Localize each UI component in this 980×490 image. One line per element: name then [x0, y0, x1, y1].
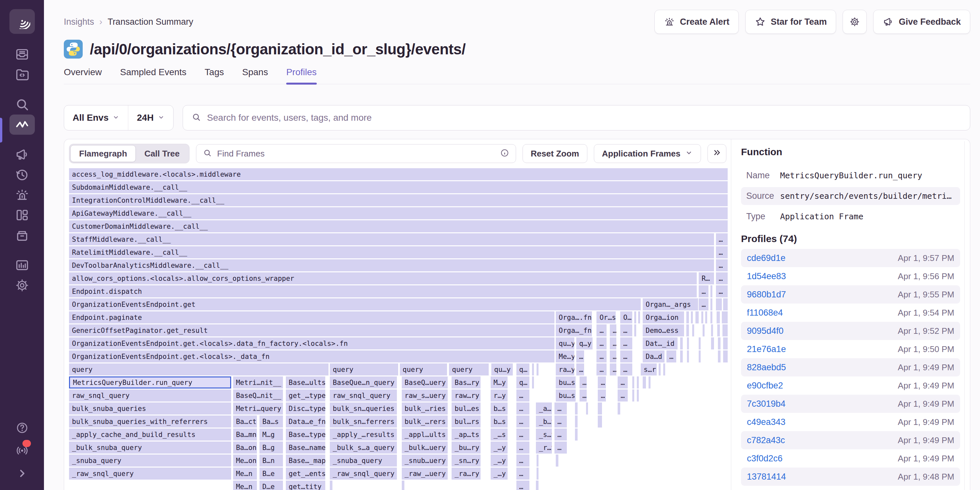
flame-frame[interactable]: Demo…ess [643, 324, 684, 336]
flame-frame[interactable]: Dat…_id [643, 338, 678, 349]
flame-frame[interactable]: _appl…ults [402, 428, 448, 441]
flame-frame[interactable]: Da…d [643, 350, 665, 362]
flame-frame[interactable]: Me…n [233, 468, 257, 480]
flame-frame[interactable] [718, 350, 721, 362]
flame-frame[interactable] [687, 350, 689, 362]
flame-frame[interactable]: bulk_snuba_queries_with_referrers [69, 415, 231, 428]
view-mode-call-tree[interactable]: Call Tree [136, 145, 188, 162]
flame-frame[interactable]: _…y [491, 468, 508, 480]
flame-frame[interactable]: b…s [491, 415, 508, 428]
profile-link[interactable]: 21e76a1e [747, 344, 786, 354]
flame-frame[interactable]: _bulk_s…a_query [330, 441, 397, 454]
flame-frame[interactable] [686, 324, 689, 336]
environment-filter[interactable]: All Envs [64, 105, 128, 130]
flame-frame[interactable] [687, 338, 689, 349]
flame-frame[interactable]: … [597, 324, 606, 336]
sidebar-item-whats-new[interactable] [10, 441, 35, 461]
sidebar-item-feedback[interactable] [10, 144, 35, 165]
flame-frame[interactable]: OrganizationEventsEndpoint.get.<locals>.… [69, 350, 554, 362]
flame-frame[interactable] [723, 338, 728, 349]
flame-frame[interactable]: Base…name [286, 441, 325, 454]
sidebar-item-home[interactable] [10, 9, 35, 34]
flame-frame[interactable]: Disc…type [286, 403, 325, 414]
flame-frame[interactable]: … [516, 480, 530, 490]
flame-frame[interactable]: Metri…nit__ [233, 376, 283, 389]
flame-frame[interactable]: get_…ents [286, 468, 325, 480]
flame-frame[interactable]: qu…y [556, 338, 574, 349]
flame-frame[interactable]: … [620, 350, 632, 362]
profile-link[interactable]: 9095d4f0 [747, 326, 784, 336]
flame-frame[interactable]: query [449, 363, 488, 376]
profile-link[interactable]: c782a43c [747, 435, 785, 446]
flame-frame[interactable]: Me…y [556, 350, 574, 362]
flame-frame[interactable]: … [667, 350, 676, 362]
flame-frame[interactable]: b…s [491, 403, 508, 414]
flame-frame[interactable]: raw_snql_query [69, 390, 231, 401]
flame-frame[interactable] [536, 363, 539, 376]
flame-frame[interactable]: … [716, 285, 728, 297]
flame-frame[interactable] [637, 390, 639, 401]
flame-frame[interactable]: bul…es [452, 403, 480, 414]
flame-frame[interactable]: B…e [259, 468, 283, 480]
flame-frame[interactable]: … [620, 338, 632, 349]
flame-frame[interactable]: … [617, 376, 627, 389]
flame-frame[interactable]: … [516, 468, 530, 480]
flame-frame[interactable]: _ra…ry [452, 468, 480, 480]
flame-frame[interactable]: Base…type [286, 428, 325, 441]
flame-frame[interactable]: … [716, 259, 728, 271]
frame-filter-dropdown[interactable]: Application Frames [594, 144, 701, 163]
flame-frame[interactable]: … [554, 403, 567, 414]
flame-frame[interactable] [556, 455, 558, 466]
flame-frame[interactable]: … [610, 350, 616, 362]
flame-frame[interactable] [632, 390, 634, 401]
flame-frame[interactable]: OrganizationEventsEndpoint.get [69, 298, 641, 311]
flame-frame[interactable]: query [330, 363, 398, 376]
flame-frame[interactable] [710, 311, 713, 323]
flame-frame[interactable]: bu…s [556, 376, 576, 389]
flame-frame[interactable]: Or…s [597, 311, 616, 323]
flame-frame[interactable] [532, 363, 534, 376]
flame-frame[interactable]: … [554, 428, 567, 441]
flame-frame[interactable]: _apply_cache_and_build_results [69, 428, 231, 441]
flame-frame[interactable]: _raw_snql_query [69, 468, 231, 480]
flame-frame[interactable]: Base…ults [286, 376, 325, 389]
sidebar-item-replays[interactable] [10, 165, 35, 185]
tab-tags[interactable]: Tags [205, 67, 224, 84]
flame-frame[interactable]: DevToolbarAnalyticsMiddleware.__call__ [69, 259, 714, 271]
flame-frame[interactable] [705, 311, 707, 323]
flame-frame[interactable] [598, 403, 602, 414]
flame-frame[interactable]: … [516, 403, 530, 414]
flame-frame[interactable]: R… [699, 272, 714, 284]
flame-frame[interactable] [710, 298, 713, 311]
settings-button[interactable] [843, 10, 867, 34]
flame-frame[interactable]: BaseQ…nit__ [233, 390, 283, 401]
flame-frame[interactable]: _raw_…uery [402, 468, 448, 480]
tab-profiles[interactable]: Profiles [286, 67, 317, 84]
flame-frame[interactable]: get…tity [286, 480, 325, 490]
flame-frame[interactable] [632, 376, 634, 389]
flame-frame[interactable]: access_log_middleware.<locals>.middlewar… [69, 168, 728, 180]
flame-frame[interactable]: r…y [491, 390, 508, 401]
flame-frame[interactable] [699, 338, 701, 349]
flame-frame[interactable] [638, 311, 640, 323]
flame-frame[interactable]: … [579, 376, 587, 389]
flame-frame[interactable]: SubdomainMiddleware.__call__ [69, 181, 728, 193]
flame-frame[interactable]: … [597, 363, 606, 376]
flame-frame[interactable] [659, 363, 660, 376]
flame-frame[interactable]: _bu…ry [452, 441, 480, 454]
view-mode-flamegraph[interactable]: Flamegraph [70, 145, 136, 162]
flame-frame[interactable] [723, 298, 728, 311]
flame-frame[interactable]: Endpoint.dispatch [69, 285, 697, 297]
flame-frame[interactable]: … [597, 338, 606, 349]
flame-frame[interactable] [532, 376, 534, 389]
flame-frame[interactable] [695, 311, 699, 323]
flame-frame[interactable]: IntegrationControlMiddleware.__call__ [69, 194, 728, 206]
sidebar-item-releases[interactable] [10, 225, 35, 245]
flame-frame[interactable]: OrganizationEventsEndpoint.get.<locals>.… [69, 338, 554, 349]
flame-frame[interactable]: … [716, 272, 728, 284]
collapse-panel-button[interactable] [708, 144, 726, 163]
flame-frame[interactable]: BaseQ…uery [402, 376, 448, 389]
flame-frame[interactable]: … [610, 363, 616, 376]
flame-frame[interactable]: get_…type [286, 390, 325, 401]
flame-frame[interactable]: bulk_sn…ferrers [330, 415, 397, 428]
